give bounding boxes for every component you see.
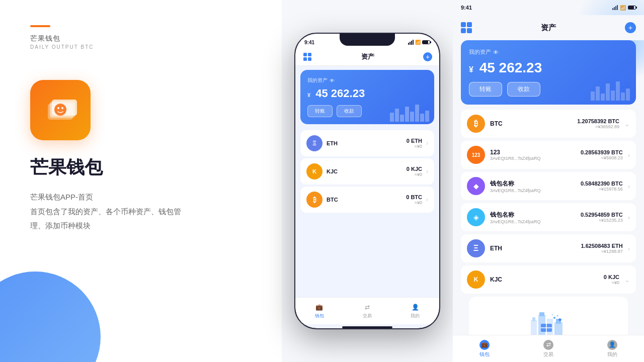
phone-nav: 资产 +	[295, 48, 439, 66]
brand-sub: DAILY OUTPUT BTC	[30, 44, 252, 50]
kjc-amount: 0 KJC	[407, 166, 422, 172]
right-coin-btc[interactable]: ₿ BTC 1.20758392 BTC ≈¥36592.89 ⌄	[461, 110, 636, 138]
phone-asset-card: 我的资产 👁 ¥ 45 262.23 转账 收款	[300, 70, 434, 124]
svg-rect-7	[303, 53, 307, 56]
receive-button[interactable]: 收款	[337, 105, 362, 117]
brand-name-small: 芒果钱包	[30, 34, 252, 43]
right-btc-icon: ₿	[467, 115, 485, 133]
right-eye-icon[interactable]: 👁	[493, 49, 499, 55]
wifi-icon: 📶	[415, 40, 421, 45]
eth-fiat: ≈¥0	[407, 144, 422, 149]
right-nav-wallet[interactable]: 💼 钱包	[453, 335, 517, 362]
right-nav-mine[interactable]: 👤 我的	[580, 335, 644, 362]
phone-mockup: 9:41 📶	[294, 33, 440, 329]
menu-icon[interactable]	[302, 52, 312, 62]
right-wallet2-icon: ◈	[467, 208, 485, 226]
right-kjc-icon: K	[467, 270, 485, 289]
right-receive-button[interactable]: 收款	[507, 82, 540, 97]
right-asset-label: 我的资产 👁	[469, 48, 628, 56]
deco-circle	[0, 272, 101, 362]
right-kjc-name: KJC	[490, 276, 599, 283]
right-transfer-button[interactable]: 转账	[469, 82, 502, 97]
bottom-nav-wallet[interactable]: 💼 钱包	[295, 298, 343, 324]
right-card-deco	[591, 81, 630, 101]
right-btc-arrow: ⌄	[624, 120, 630, 128]
right-eth-arrow: ›	[628, 245, 630, 252]
right-menu-icon[interactable]	[461, 22, 472, 33]
coin-item-eth[interactable]: Ξ ETH 0 ETH ≈¥0 ›	[300, 130, 434, 156]
phone-notch	[340, 34, 395, 46]
right-topbar: 资产 +	[453, 15, 644, 40]
right-123-amount: 0.28563939 BTC	[581, 149, 623, 155]
eth-amount: 0 ETH	[407, 138, 422, 144]
right-kjc-arrow: ⌄	[624, 276, 630, 284]
right-wallet-label: 钱包	[479, 351, 490, 358]
eth-arrow: ›	[426, 140, 428, 147]
phone-coin-list: Ξ ETH 0 ETH ≈¥0 › K KJ	[295, 128, 439, 297]
eye-icon[interactable]: 👁	[330, 78, 335, 83]
btc-icon: ₿	[306, 192, 323, 208]
right-nav-title: 资产	[541, 23, 556, 33]
svg-rect-10	[308, 57, 311, 61]
bottom-nav-trade[interactable]: ⇄ 交易	[343, 298, 391, 324]
transfer-button[interactable]: 转账	[307, 105, 333, 117]
svg-rect-16	[554, 322, 562, 335]
middle-panel: 9:41 📶	[282, 0, 453, 362]
right-coin-wallet1[interactable]: ◆ 钱包名称 3AvEQt1R8...TsZ4fpaRQ 0.58482390 …	[461, 172, 636, 200]
kjc-icon: K	[306, 163, 323, 179]
right-btc-amount: 1.20758392 BTC	[577, 118, 619, 124]
svg-rect-9	[303, 57, 307, 61]
right-wallet1-addr: 3AvEQt1R8...TsZ4fpaRQ	[490, 188, 576, 193]
svg-point-21	[553, 317, 555, 319]
right-wallet1-icon: ◆	[467, 177, 485, 195]
btc-amount: 0 BTC	[406, 194, 422, 200]
right-mine-label: 我的	[607, 351, 617, 358]
trade-nav-icon: ⇄	[363, 303, 372, 312]
asset-amount: ¥ 45 262.23	[307, 87, 427, 100]
right-status-time: 9:41	[461, 5, 472, 11]
coin-item-btc[interactable]: ₿ BTC 0 BTC ≈¥0 ›	[300, 187, 434, 213]
eth-name: ETH	[327, 140, 403, 146]
right-asset-card: 我的资产 👁 ¥ 45 262.23 转账 收款	[461, 40, 636, 105]
coin-item-kjc[interactable]: K KJC 0 KJC ≈¥0 ›	[300, 158, 434, 185]
card-decoration	[390, 105, 429, 122]
right-panel: 9:41 📶 资产 + 我的资产 👁 ¥ 45 262.23 转账	[453, 0, 644, 362]
kjc-fiat: ≈¥0	[407, 172, 422, 177]
right-eth-icon: Ξ	[467, 239, 485, 257]
svg-rect-14	[539, 312, 544, 316]
wallet-nav-label: 钱包	[315, 313, 324, 319]
signal-icon	[408, 40, 414, 45]
right-wallet2-amount: 0.52954859 BTC	[581, 212, 623, 218]
kjc-arrow: ›	[426, 168, 428, 175]
right-123-arrow: ›	[628, 151, 630, 159]
right-123-fiat: ≈¥5908.23	[581, 155, 623, 160]
svg-rect-8	[308, 53, 311, 56]
add-icon[interactable]: +	[423, 52, 432, 61]
right-kjc-amount: 0 KJC	[604, 274, 619, 280]
bottom-nav-mine[interactable]: 👤 我的	[391, 298, 439, 324]
right-coin-wallet2[interactable]: ◈ 钱包名称 3AvEQt1R8...TsZ4fpaRQ 0.52954859 …	[461, 203, 636, 231]
right-coin-kjc[interactable]: K KJC 0 KJC ≈¥0 ⌄	[461, 265, 636, 294]
left-panel: 芒果钱包 DAILY OUTPUT BTC 芒果钱包 芒果钱包APP-首页 首页…	[0, 0, 282, 362]
right-add-icon[interactable]: +	[625, 22, 636, 33]
svg-rect-12	[532, 317, 535, 321]
app-icon	[30, 80, 91, 140]
right-123-name: 123	[490, 149, 576, 156]
right-eth-name: ETH	[490, 245, 576, 252]
asset-label: 我的资产 👁	[307, 77, 427, 84]
mine-nav-label: 我的	[411, 313, 420, 319]
right-trade-label: 交易	[543, 351, 553, 358]
right-wallet1-arrow: ›	[628, 183, 630, 190]
right-nav-trade[interactable]: ⇄ 交易	[517, 335, 581, 362]
right-coin-eth[interactable]: Ξ ETH 1.62508483 ETH ≈¥1288.87 ›	[461, 234, 636, 262]
right-kjc-fiat: ≈¥0	[604, 280, 619, 285]
svg-point-22	[557, 315, 558, 317]
home-indicator	[342, 326, 392, 328]
btc-fiat: ≈¥0	[406, 200, 422, 205]
eth-icon: Ξ	[306, 135, 323, 151]
right-coin-123[interactable]: 123 123 3AvEQt1R8...TsZ4fpaRQ 0.28563939…	[461, 141, 636, 169]
right-wallet2-addr: 3AvEQt1R8...TsZ4fpaRQ	[490, 219, 576, 224]
right-wallet-icon: 💼	[479, 340, 490, 350]
right-battery-icon	[628, 6, 636, 10]
right-trade-icon: ⇄	[543, 340, 553, 350]
